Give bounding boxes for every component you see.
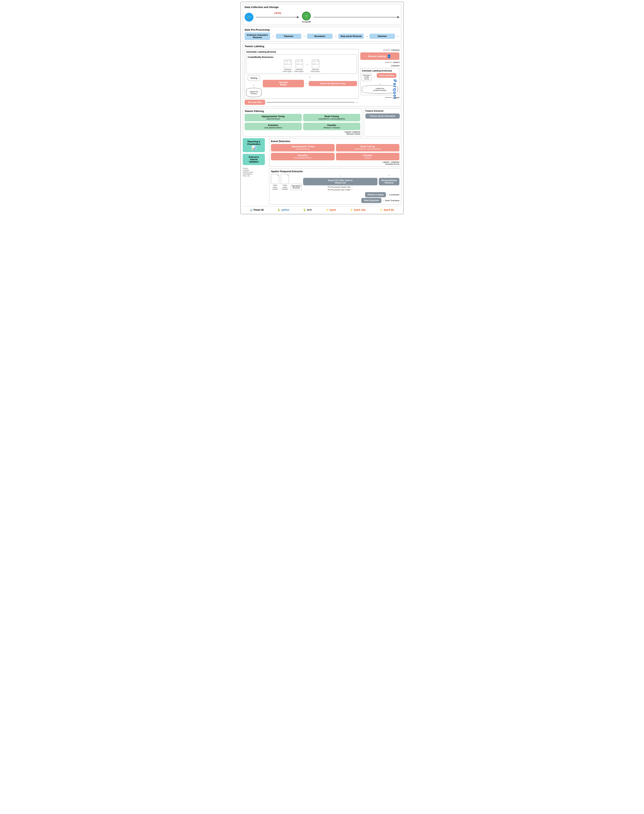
file-icon-n: L1<T1,..,Tn>...Ln<T1,..,n>	[312, 59, 319, 68]
ed-unlabeled: Unlabeled	[391, 161, 399, 163]
terms-searching-btn: Terms searching	[377, 73, 396, 78]
python-label: python	[281, 209, 289, 211]
spark-label: Spark	[330, 209, 336, 211]
unlabeled-label-1: Unlabeled	[391, 49, 399, 51]
labeling-layout: Automatic Labeling (Events) Create/Modif…	[245, 49, 399, 105]
powerbi-icon: 📊	[250, 209, 252, 211]
twitter-icon: 🐦	[245, 13, 253, 22]
classified-label: Classified Events	[385, 163, 399, 165]
logos-row: 📊 Power BI 🐍 python 🐍 NLTK ⚡ Spark ⚡ Spa…	[243, 206, 401, 212]
calculate-weight-btn: CalculateWeight	[263, 80, 304, 87]
arrow4: →	[365, 35, 368, 38]
bottom-row: Reporting &Visualization 📊 External &Int…	[243, 138, 401, 204]
cities-arabic-icon	[271, 174, 279, 184]
reporting-box: Reporting &Visualization 📊	[243, 138, 265, 152]
search-matched-btn: Search for Matched Terms	[309, 81, 357, 86]
file-label-1: DictionaryEvent Type 1	[283, 69, 293, 72]
time-row: Time Extraction ← Tweet Timestamp	[361, 198, 399, 203]
proc-stopwords: Stop words Removal	[338, 34, 364, 39]
nltk-label: NLTK	[307, 209, 312, 211]
preprocessed-text-label: Pre-Processed Tweets Text →	[328, 186, 353, 188]
main-container: Data Collection and Storage 🐦 {JSON} 🍃 m…	[240, 2, 404, 214]
specialized-accounts: SpecializedAccounts	[291, 184, 302, 190]
external-details: Events,Location(Address andcoordinates),…	[243, 167, 267, 177]
mongodb-icon: 🍃 mongoDB	[302, 12, 311, 23]
sparkml-label: Spark ML	[383, 209, 394, 211]
feature-extractor-title: Feature Extractor	[365, 110, 400, 112]
tweet-timestamp-label: ← Tweet Timestamp	[382, 200, 399, 201]
relevant-tweets-label: Relevant Tweets	[245, 133, 360, 135]
model-training-btn: Model TrainingUsing Machine Learning Alg…	[303, 114, 360, 121]
nltk-icon: 🐍	[303, 209, 306, 211]
arrow1: →	[271, 35, 274, 38]
sparksql-label: Spark SQL	[354, 209, 366, 211]
cities-english-file: CitiesName(English)	[281, 174, 289, 190]
address-lookup-btn: Address Lookup	[365, 192, 386, 197]
filtering-labels: Labeled Unlabeled	[245, 131, 360, 133]
sort-filter-arrow: →	[356, 101, 359, 104]
labeled-set-events: Labeled Set(Events)	[246, 88, 261, 97]
dict-row: Create/Modify Dictionaries L1<T1,..,Tn>.…	[246, 54, 357, 74]
arrow3: →	[334, 35, 337, 38]
unlabeled-2-label: Unlabeled	[391, 65, 399, 67]
weight-search-col: ↓ CalculateWeight ← Search for Matched T…	[263, 75, 357, 87]
event-detection-section: Event Detection Hyperparameter TuningUsi…	[269, 138, 401, 167]
pre-processing-section: Data Pre-Processing Irrelevant character…	[243, 27, 401, 41]
dict-traffic: Dictionary(TrafficTerms)	[362, 73, 371, 81]
sort-filter-line	[267, 102, 354, 103]
data-collection-section: Data Collection and Storage 🐦 {JSON} 🍃 m…	[243, 4, 401, 25]
event-detection-grid: Hyperparameter TuningUsing Grid Search M…	[271, 144, 399, 160]
data-collection-title: Data Collection and Storage	[245, 6, 399, 9]
logo-spark: ⚡ Spark	[325, 209, 336, 211]
powerbi-label: Power BI	[253, 209, 264, 211]
back-arrow: ←	[396, 35, 399, 38]
tweets-labeling-section: Tweets Labeling Automatic Labeling (Even…	[243, 43, 401, 106]
side-labels-top: Unlabeled	[360, 49, 399, 51]
mongo-label: mongoDB	[302, 21, 311, 23]
json-arrow: {JSON}	[256, 15, 299, 20]
reporting-title: Reporting &Visualization	[245, 140, 263, 145]
line-unlabeled	[383, 50, 390, 50]
sparkml-icon: ⚡	[380, 209, 383, 211]
dict-file-n: L1<T1,..,Tn>...Ln<T1,..,n> DictionaryEve…	[311, 59, 320, 72]
reporting-icon: 📊	[245, 145, 263, 150]
dict-file-1: L1<T1,..,Tn>...Ln<T1,..,n> DictionaryEve…	[283, 59, 293, 72]
external-title: External &InternalValidation	[245, 156, 263, 163]
spatio-top: CitiesName(Arabic) CitiesName(English) S…	[271, 174, 399, 191]
testing-box: Testing	[248, 75, 260, 81]
spatio-bottom: Address Lookup ← Coordinates Time Extrac…	[271, 192, 399, 203]
line-labeled	[385, 62, 392, 63]
spark-icon: ⚡	[325, 209, 328, 211]
person-icon: 👤	[387, 54, 391, 58]
classified-events-label: Classified Events	[271, 163, 399, 165]
parquet-label: Parquet	[393, 80, 398, 100]
hyper-tuning-btn: Hyperparameter TuningUsing Grid Search	[245, 114, 302, 121]
labeled-set-events-container: Labeled Set(Events)	[246, 88, 261, 97]
json-arrow-head	[297, 16, 299, 18]
arrow2: →	[303, 35, 306, 38]
auto-irr-title: Automatic Labeling (Irrelevant)	[362, 70, 398, 72]
unlabeled-2: Unlabeled	[360, 65, 399, 67]
preprocessed-profile-label: Pre-Processed User Profile →	[328, 189, 353, 191]
logo-sparksql: ⚡ Spark SQL	[350, 209, 366, 211]
file-label-n: DictionaryEvent Type n	[311, 69, 320, 72]
coordinates-label: ← Coordinates	[387, 194, 399, 196]
filtering-labeled: Labeled	[345, 131, 351, 133]
auto-events-title: Automatic Labeling (Events)	[246, 51, 357, 53]
logo-powerbi: 📊 Power BI	[250, 209, 264, 211]
tweets-filtering-section: Tweets Filtering Hyperparameter TuningUs…	[243, 108, 362, 137]
cities-english-label: CitiesName(English)	[282, 184, 288, 190]
cities-arabic-file: CitiesName(Arabic)	[271, 174, 279, 190]
auto-events-box: Automatic Labeling (Events) Create/Modif…	[245, 49, 359, 99]
tweets-filtering-title: Tweets Filtering	[245, 110, 360, 112]
cities-arabic-label: CitiesName(Arabic)	[272, 184, 278, 190]
proc-stemmer: Stemmer	[370, 34, 395, 39]
ed-classifier-btn: Classifier(Events)	[336, 153, 400, 160]
left-arrow-calc: ←	[305, 82, 308, 85]
spatio-temporal-section: Spatio-Temporal Extractor CitiesName(Ara…	[269, 168, 401, 204]
sparksql-icon: ⚡	[350, 209, 353, 211]
json-label: {JSON}	[274, 12, 281, 14]
long-arrow-line	[313, 17, 399, 17]
proc-irrelevant: Irrelevant charactersRemoval	[245, 32, 270, 40]
file-icon-1: L1<T1,..,Tn>...Ln<T1,..,n>	[284, 59, 291, 68]
